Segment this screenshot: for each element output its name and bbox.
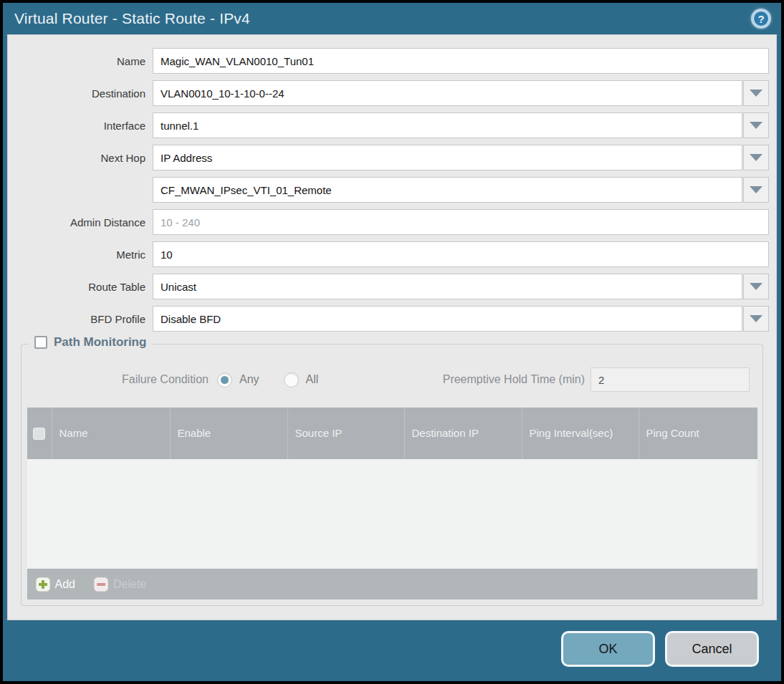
name-label: Name <box>15 55 153 67</box>
header-destination-ip: Destination IP <box>404 408 522 459</box>
interface-field-wrap <box>153 112 769 138</box>
header-name: Name <box>52 408 170 459</box>
name-field-wrap <box>153 48 769 74</box>
all-radio[interactable] <box>284 372 299 387</box>
route-table-dropdown-button[interactable] <box>743 274 769 299</box>
admin-distance-label: Admin Distance <box>15 216 153 228</box>
form-row-route-table: Route Table <box>15 274 769 299</box>
path-monitoring-section: Path Monitoring Failure Condition Any Al… <box>21 344 763 606</box>
failure-condition-row: Failure Condition Any All Preemptive Hol… <box>21 367 763 392</box>
form-row-name: Name <box>15 48 769 74</box>
interface-label: Interface <box>15 120 153 132</box>
header-ping-count: Ping Count <box>639 408 757 459</box>
dialog-footer-buttons: OK Cancel <box>561 631 759 667</box>
interface-input[interactable] <box>153 112 742 138</box>
form-row-next-hop-address <box>15 177 769 203</box>
hold-time-label: Preemptive Hold Time (min) <box>443 373 585 386</box>
metric-label: Metric <box>15 249 153 261</box>
next-hop-field-wrap <box>153 145 769 170</box>
path-monitoring-checkbox[interactable] <box>34 336 47 349</box>
bfd-profile-input[interactable] <box>153 306 742 332</box>
plus-icon <box>36 577 50 592</box>
form-row-interface: Interface <box>15 112 769 138</box>
header-ping-interval: Ping Interval(sec) <box>522 408 639 459</box>
dialog-screen: Virtual Router - Static Route - IPv4 ? N… <box>0 0 784 684</box>
table-toolbar: Add Delete <box>27 569 757 599</box>
admin-distance-input[interactable] <box>153 209 769 235</box>
dialog-body: Name Destination Interface <box>7 34 777 620</box>
add-button[interactable]: Add <box>36 577 75 592</box>
question-mark-glyph: ? <box>753 11 769 27</box>
hold-time-group: Preemptive Hold Time (min) <box>443 367 750 392</box>
titlebar: Virtual Router - Static Route - IPv4 ? <box>3 3 781 34</box>
path-monitoring-title: Path Monitoring <box>54 335 146 350</box>
add-button-label: Add <box>55 578 75 591</box>
delete-button[interactable]: Delete <box>94 577 146 592</box>
ok-button[interactable]: OK <box>561 631 655 667</box>
name-input[interactable] <box>153 48 769 74</box>
route-table-input[interactable] <box>153 274 742 299</box>
form-row-admin-distance: Admin Distance <box>15 209 769 235</box>
metric-field-wrap <box>153 241 769 267</box>
form-row-bfd-profile: BFD Profile <box>15 306 769 332</box>
destination-input[interactable] <box>153 80 742 106</box>
interface-dropdown-button[interactable] <box>743 112 769 138</box>
metric-input[interactable] <box>153 241 769 267</box>
failure-condition-label: Failure Condition <box>122 373 209 386</box>
chevron-down-icon <box>750 283 763 290</box>
next-hop-address-input[interactable] <box>153 177 742 203</box>
bfd-profile-dropdown-button[interactable] <box>743 306 769 332</box>
chevron-down-icon <box>750 90 763 97</box>
bfd-profile-field-wrap <box>153 306 769 332</box>
next-hop-type-input[interactable] <box>153 145 742 170</box>
next-hop-type-dropdown-button[interactable] <box>743 145 769 170</box>
all-radio-label: All <box>306 373 319 386</box>
route-table-label: Route Table <box>15 281 153 293</box>
radio-option-all: All <box>284 372 319 387</box>
next-hop-label: Next Hop <box>15 152 153 164</box>
cancel-button[interactable]: Cancel <box>665 631 759 667</box>
destination-label: Destination <box>15 87 153 100</box>
dialog-frame: Virtual Router - Static Route - IPv4 ? N… <box>3 3 781 681</box>
form-row-next-hop: Next Hop <box>15 145 769 170</box>
chevron-down-icon <box>750 122 763 129</box>
form-row-metric: Metric <box>15 241 769 267</box>
any-radio-label: Any <box>239 373 259 386</box>
chevron-down-icon <box>750 315 763 322</box>
bfd-profile-label: BFD Profile <box>15 313 153 325</box>
any-radio[interactable] <box>217 372 232 387</box>
header-source-ip: Source IP <box>287 408 404 459</box>
form-row-destination: Destination <box>15 80 769 106</box>
delete-button-label: Delete <box>113 578 146 591</box>
minus-icon <box>94 577 108 592</box>
help-icon[interactable]: ? <box>751 9 771 29</box>
hold-time-input[interactable] <box>591 367 750 392</box>
chevron-down-icon <box>750 154 763 161</box>
table-header-row: Name Enable Source IP Destination IP Pin… <box>27 408 757 459</box>
table-empty-body <box>27 459 757 569</box>
header-select-all-cell <box>27 408 52 459</box>
destination-field-wrap <box>153 80 769 106</box>
dialog-title: Virtual Router - Static Route - IPv4 <box>14 10 250 27</box>
route-table-field-wrap <box>153 274 769 299</box>
next-hop-address-dropdown-button[interactable] <box>743 177 769 203</box>
failure-condition-options: Any All <box>217 372 318 387</box>
destination-dropdown-button[interactable] <box>743 80 769 106</box>
select-all-checkbox[interactable] <box>33 428 45 440</box>
header-enable: Enable <box>170 408 287 459</box>
path-monitoring-legend: Path Monitoring <box>29 335 152 350</box>
chevron-down-icon <box>750 186 763 193</box>
radio-option-any: Any <box>217 372 259 387</box>
radio-selected-dot <box>221 376 229 384</box>
path-monitoring-table: Name Enable Source IP Destination IP Pin… <box>27 408 757 599</box>
next-hop-address-field-wrap <box>153 177 769 203</box>
admin-distance-field-wrap <box>153 209 769 235</box>
